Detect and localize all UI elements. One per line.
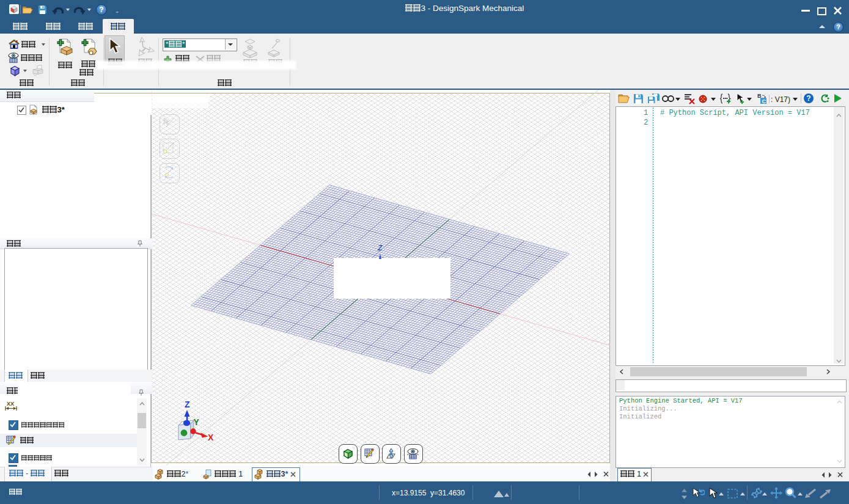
svg-text:C: C	[762, 98, 766, 104]
svg-text:X: X	[208, 433, 214, 442]
svg-text:Z: Z	[185, 400, 190, 409]
svg-text:Y: Y	[194, 417, 200, 427]
svg-text:XX: XX	[7, 401, 14, 407]
